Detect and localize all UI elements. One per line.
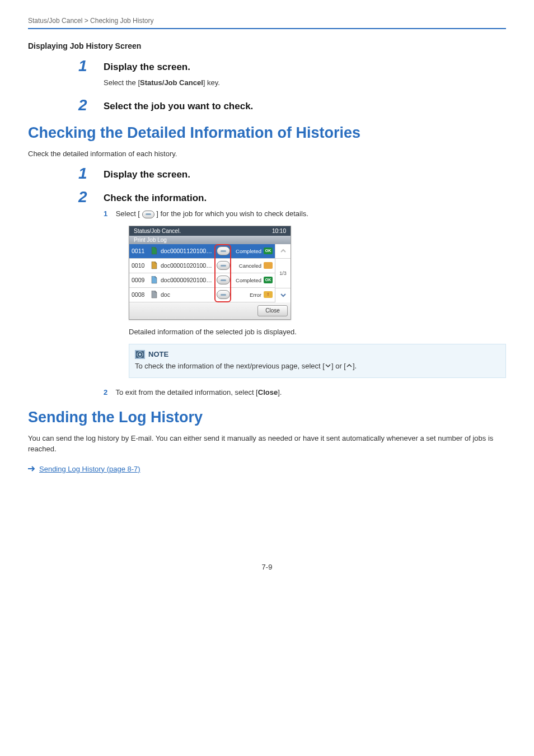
document-icon: [151, 291, 158, 298]
section1-step1-title: Display the screen.: [104, 62, 506, 73]
job-status: Completed: [232, 277, 261, 283]
section1-step2-title: Select the job you want to check.: [104, 101, 506, 112]
section2-step1-title: Display the screen.: [104, 169, 506, 180]
section1-step1: 1 Display the screen. Select the [Status…: [104, 62, 506, 88]
panel-titlebar: Status/Job Cancel. 10:10: [129, 226, 291, 236]
page-number: 7-9: [28, 563, 506, 571]
text: ].: [353, 362, 357, 370]
text: ].: [278, 388, 282, 396]
text: Select the [: [104, 78, 140, 87]
text: ] key.: [203, 78, 220, 87]
section2-step1: 1 Display the screen.: [104, 169, 506, 180]
section2-substep2: 2 To exit from the detailed information,…: [104, 387, 506, 399]
detail-button[interactable]: [217, 246, 230, 255]
section2-step2-title: Check the information.: [104, 193, 506, 204]
step-number-2: 2: [78, 188, 87, 206]
job-status: Error: [232, 292, 261, 298]
job-number: 0010: [132, 262, 148, 269]
scroll-down-button[interactable]: [275, 288, 291, 302]
job-number: 0008: [132, 291, 148, 298]
section2-step2: 2 Check the information.: [104, 193, 506, 204]
note-icon: [135, 350, 145, 359]
status-badge: OK: [264, 277, 273, 283]
job-row[interactable]: 0008docError!: [129, 288, 275, 302]
job-status: Canceled: [232, 263, 261, 269]
job-number: 0011: [132, 248, 148, 254]
document-icon: [151, 262, 158, 269]
chevron-down-icon: [325, 361, 331, 368]
status-badge: OK: [264, 248, 273, 254]
section3-lead: You can send the log history by E-mail. …: [28, 433, 506, 455]
svg-point-1: [139, 353, 141, 356]
section2-lead: Check the detailed information of each h…: [28, 148, 506, 160]
close-button[interactable]: Close: [257, 305, 288, 316]
panel-subtitle: Print Job Log: [129, 236, 291, 244]
substep-number: 1: [104, 208, 114, 220]
section2-heading: Checking the Detailed Information of His…: [28, 124, 506, 142]
job-log-panel: Status/Job Cancel. 10:10 Print Job Log 0…: [129, 226, 291, 320]
job-status: Completed: [232, 248, 261, 254]
scroll-column: 1/3: [275, 244, 291, 302]
status-badge: [264, 262, 273, 269]
detail-button[interactable]: [217, 290, 230, 299]
job-row[interactable]: 0009doc0000092010081815...CompletedOK: [129, 273, 275, 288]
detail-button[interactable]: [217, 261, 230, 270]
document-icon: [151, 247, 158, 255]
panel-title-text: Status/Job Cancel.: [134, 228, 181, 234]
breadcrumb: Status/Job Cancel > Checking Job History: [28, 17, 506, 25]
detail-button-icon: [142, 211, 154, 218]
header-rule: [28, 28, 506, 29]
sending-log-history-link[interactable]: Sending Log History (page 8-7): [39, 465, 140, 473]
panel-body: 0011doc0000112010081817...CompletedOK001…: [129, 244, 291, 302]
close-label: Close: [258, 388, 278, 396]
section1-step2: 2 Select the job you want to check.: [104, 101, 506, 112]
panel-screenshot: Status/Job Cancel. 10:10 Print Job Log 0…: [129, 226, 506, 320]
text: Select [: [116, 209, 140, 218]
job-rows: 0011doc0000112010081817...CompletedOK001…: [129, 244, 291, 302]
text: ] for the job for which you wish to chec…: [156, 209, 308, 218]
job-name: doc0000102010081815...: [161, 262, 214, 269]
scroll-up-button[interactable]: [275, 244, 291, 259]
step-number-1: 1: [78, 165, 87, 183]
job-name: doc0000112010081817...: [161, 248, 214, 254]
note-heading: NOTE: [135, 349, 500, 360]
step-number-1: 1: [78, 57, 87, 75]
job-number: 0009: [132, 277, 148, 283]
panel-time: 10:10: [272, 228, 286, 234]
key-name: Status/Job Cancel: [140, 78, 203, 87]
step-number-2: 2: [78, 96, 87, 114]
job-name: doc: [161, 291, 214, 298]
text: To check the information of the next/pre…: [135, 362, 325, 370]
panel-footer: Close: [129, 302, 291, 319]
note-box: NOTE To check the information of the nex…: [129, 344, 506, 378]
section1-step1-body: Select the [Status/Job Cancel] key.: [104, 77, 506, 88]
cross-reference: Sending Log History (page 8-7): [28, 465, 506, 473]
text: ] or [: [331, 362, 346, 370]
page-indicator: 1/3: [275, 259, 291, 288]
panel-caption: Detailed information of the selected job…: [129, 328, 506, 336]
job-row[interactable]: 0010doc0000102010081815...Canceled: [129, 259, 275, 273]
chevron-up-icon: [346, 361, 353, 368]
section2-substep1: 1 Select [ ] for the job for which you w…: [104, 208, 506, 220]
detail-button[interactable]: [217, 276, 230, 284]
job-name: doc0000092010081815...: [161, 277, 214, 283]
substep-number: 2: [104, 387, 114, 399]
job-row[interactable]: 0011doc0000112010081817...CompletedOK: [129, 244, 275, 259]
text: To exit from the detailed information, s…: [115, 388, 257, 396]
status-badge: !: [264, 291, 273, 298]
note-label: NOTE: [148, 349, 168, 360]
section3-heading: Sending the Log History: [28, 409, 506, 426]
arrow-right-icon: [28, 465, 36, 473]
document-icon: [151, 276, 158, 284]
section1-title: Displaying Job History Screen: [28, 41, 506, 50]
